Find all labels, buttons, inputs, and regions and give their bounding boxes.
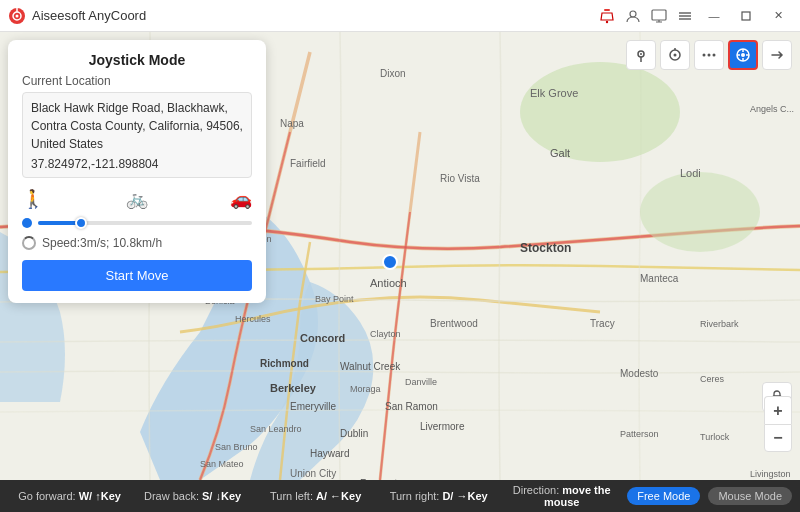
slider-min-dot	[22, 218, 32, 228]
svg-text:Rio Vista: Rio Vista	[440, 173, 480, 184]
svg-text:Hayward: Hayward	[310, 448, 349, 459]
svg-text:Manteca: Manteca	[640, 273, 679, 284]
titlebar: Aiseesoft AnyCoord — ✕	[0, 0, 800, 32]
svg-text:Clayton: Clayton	[370, 329, 401, 339]
svg-text:Dublin: Dublin	[340, 428, 368, 439]
svg-text:Turlock: Turlock	[700, 432, 730, 442]
svg-text:Stockton: Stockton	[520, 241, 571, 255]
map-location-dot	[382, 254, 398, 270]
panel: Joystick Mode Current Location Black Haw…	[8, 40, 266, 303]
menu-icon[interactable]	[674, 5, 696, 27]
status-direction: Direction: move the mouse	[500, 484, 623, 508]
svg-text:Brentwood: Brentwood	[430, 318, 478, 329]
status-modes: Free Mode Mouse Mode	[623, 487, 792, 505]
svg-text:San Bruno: San Bruno	[215, 442, 258, 452]
more-tool-button[interactable]	[694, 40, 724, 70]
status-left: Turn left: A/ ←Key	[254, 490, 377, 502]
svg-text:Walnut Creek: Walnut Creek	[340, 361, 401, 372]
map-toolbar	[626, 40, 792, 70]
svg-text:Bay Point: Bay Point	[315, 294, 354, 304]
svg-text:Danville: Danville	[405, 377, 437, 387]
svg-rect-4	[604, 9, 610, 11]
zoom-controls: + −	[764, 396, 792, 452]
svg-text:Patterson: Patterson	[620, 429, 659, 439]
svg-rect-7	[652, 10, 666, 20]
svg-point-6	[630, 11, 636, 17]
svg-text:San Ramon: San Ramon	[385, 401, 438, 412]
svg-text:Moraga: Moraga	[350, 384, 381, 394]
minimize-button[interactable]: —	[700, 5, 728, 27]
svg-text:Berkeley: Berkeley	[270, 382, 317, 394]
svg-text:Fairfield: Fairfield	[290, 158, 326, 169]
speed-mode-row: 🚶 🚲 🚗	[22, 188, 252, 210]
svg-text:Elk Grove: Elk Grove	[530, 87, 578, 99]
app-logo	[8, 7, 26, 25]
status-forward-label: Go forward:	[18, 490, 79, 502]
svg-text:San Mateo: San Mateo	[200, 459, 244, 469]
svg-text:San Leandro: San Leandro	[250, 424, 302, 434]
svg-text:Lodi: Lodi	[680, 167, 701, 179]
address-box: Black Hawk Ridge Road, Blackhawk, Contra…	[22, 92, 252, 178]
bike-icon[interactable]: 🚲	[126, 188, 148, 210]
svg-text:Angels C...: Angels C...	[750, 104, 794, 114]
notification-icon[interactable]	[596, 5, 618, 27]
status-forward: Go forward: W/ ↑Key	[8, 490, 131, 502]
svg-rect-11	[742, 12, 750, 20]
svg-text:Dixon: Dixon	[380, 68, 406, 79]
svg-text:Napa: Napa	[280, 118, 304, 129]
speed-slider-row	[22, 218, 252, 228]
car-icon[interactable]: 🚗	[230, 188, 252, 210]
status-bar: Go forward: W/ ↑Key Draw back: S/ ↓Key T…	[0, 480, 800, 512]
mouse-mode-button[interactable]: Mouse Mode	[708, 487, 792, 505]
rotate-tool-button[interactable]	[660, 40, 690, 70]
status-right-key: D/ →Key	[442, 490, 487, 502]
speed-info-row: Speed:3m/s; 10.8km/h	[22, 236, 252, 250]
svg-text:Livermore: Livermore	[420, 421, 465, 432]
zoom-out-button[interactable]: −	[764, 424, 792, 452]
free-mode-button[interactable]: Free Mode	[627, 487, 700, 505]
maximize-button[interactable]	[732, 5, 760, 27]
speed-text: Speed:3m/s; 10.8km/h	[42, 236, 162, 250]
svg-text:Hercules: Hercules	[235, 314, 271, 324]
status-back-key: S/ ↓Key	[202, 490, 241, 502]
svg-point-14	[520, 62, 680, 162]
svg-point-68	[703, 54, 706, 57]
svg-point-66	[674, 54, 677, 57]
svg-text:Riverbark: Riverbark	[700, 319, 739, 329]
zoom-in-button[interactable]: +	[764, 396, 792, 424]
svg-text:Ceres: Ceres	[700, 374, 725, 384]
titlebar-right: — ✕	[596, 5, 792, 27]
start-move-button[interactable]: Start Move	[22, 260, 252, 291]
status-back-label: Draw back:	[144, 490, 202, 502]
display-icon[interactable]	[648, 5, 670, 27]
status-left-label: Turn left:	[270, 490, 316, 502]
joystick-tool-button[interactable]	[728, 40, 758, 70]
svg-text:Tracy: Tracy	[590, 318, 615, 329]
user-icon[interactable]	[622, 5, 644, 27]
svg-text:Modesto: Modesto	[620, 368, 659, 379]
app-title: Aiseesoft AnyCoord	[32, 8, 146, 23]
svg-text:Emeryville: Emeryville	[290, 401, 337, 412]
status-left-key: A/ ←Key	[316, 490, 361, 502]
walk-icon[interactable]: 🚶	[22, 188, 44, 210]
svg-point-69	[708, 54, 711, 57]
svg-point-70	[713, 54, 716, 57]
svg-text:Galt: Galt	[550, 147, 570, 159]
status-right-label: Turn right:	[390, 490, 443, 502]
svg-text:Livingston: Livingston	[750, 469, 791, 479]
svg-point-5	[606, 20, 608, 22]
status-right: Turn right: D/ →Key	[377, 490, 500, 502]
svg-point-2	[16, 14, 19, 17]
status-direction-label: Direction:	[513, 484, 563, 496]
panel-title: Joystick Mode	[22, 52, 252, 68]
svg-text:Antioch: Antioch	[370, 277, 407, 289]
pin-tool-button[interactable]	[626, 40, 656, 70]
close-button[interactable]: ✕	[764, 5, 792, 27]
current-location-label: Current Location	[22, 74, 252, 88]
svg-text:Concord: Concord	[300, 332, 345, 344]
slider-thumb[interactable]	[75, 217, 87, 229]
export-tool-button[interactable]	[762, 40, 792, 70]
svg-point-72	[741, 53, 745, 57]
svg-point-15	[640, 172, 760, 252]
speed-slider[interactable]	[38, 221, 252, 225]
